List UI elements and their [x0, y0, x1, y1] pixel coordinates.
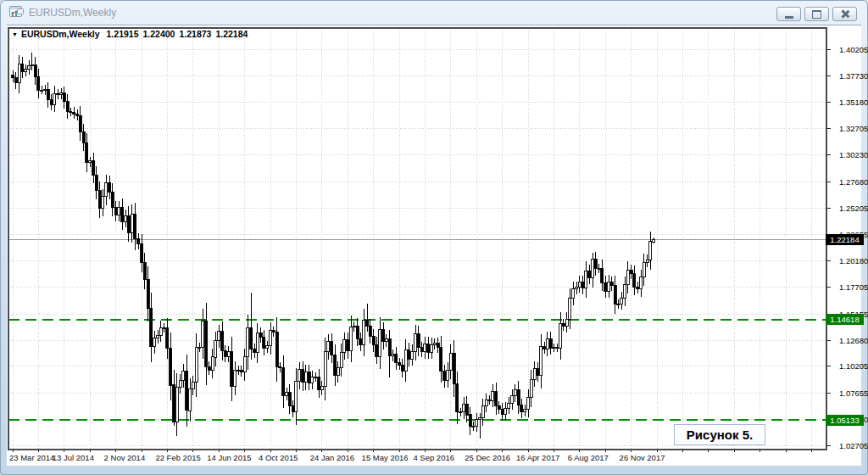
x-axis-label: 24 Jan 2016 — [310, 453, 354, 462]
x-axis-label: 13 Jul 2014 — [53, 453, 94, 462]
y-axis-label: 1.30230 — [839, 149, 868, 160]
minimize-button[interactable] — [776, 7, 801, 21]
x-axis-label: 26 Nov 2017 — [620, 453, 665, 462]
quote-low: 1.21873 — [179, 29, 211, 39]
chart-window: EURUSDm,Weekly ▼EURUSDm,Weekly1.219151.2… — [0, 0, 868, 475]
x-axis-label: 23 Mar 2014 — [9, 453, 54, 462]
x-axis-label: 6 Aug 2017 — [568, 453, 609, 462]
x-axis-label: 4 Sep 2016 — [413, 453, 454, 462]
y-axis-label: 1.32705 — [839, 123, 868, 134]
support-level-tag: 1.05133 — [826, 415, 864, 426]
quote-high: 1.22400 — [143, 29, 175, 39]
date-axis[interactable]: 23 Mar 201413 Jul 20142 Nov 201422 Feb 2… — [7, 453, 861, 465]
figure-caption: Рисунок 5. — [674, 424, 765, 445]
x-axis-label: 16 Apr 2017 — [516, 453, 559, 462]
x-axis-label: 25 Dec 2016 — [465, 453, 510, 462]
y-axis-label: 1.40205 — [839, 44, 868, 55]
y-axis-label: 1.12680 — [839, 335, 868, 346]
window-controls — [776, 7, 857, 21]
resistance-level-tag: 1.14618 — [826, 314, 864, 325]
dropdown-triangle-icon[interactable]: ▼ — [12, 31, 18, 37]
candle-wicks — [13, 53, 654, 439]
y-axis-label: 1.37730 — [839, 70, 868, 81]
quote-symbol: EURUSDm,Weekly — [21, 29, 100, 39]
y-axis-label: 1.17705 — [839, 282, 868, 293]
quote-open: 1.21915 — [107, 29, 139, 39]
close-icon — [840, 9, 850, 19]
y-axis-label: 1.07655 — [839, 388, 868, 399]
x-axis-label: 15 May 2016 — [362, 453, 409, 462]
y-axis-label: 1.02705 — [839, 440, 868, 451]
window-title: EURUSDm,Weekly — [29, 7, 116, 19]
title-bar[interactable]: EURUSDm,Weekly — [0, 0, 868, 25]
restore-icon — [812, 10, 821, 19]
bid-price-tag: 1.22184 — [826, 234, 864, 245]
quote-close: 1.22184 — [215, 29, 248, 39]
restore-button[interactable] — [804, 7, 829, 21]
x-axis-label: 2 Nov 2014 — [104, 453, 146, 462]
y-axis-label: 1.27680 — [839, 176, 868, 187]
price-axis[interactable]: 1.402051.377301.351801.327051.302301.276… — [833, 25, 868, 466]
candle-bodies — [12, 64, 655, 427]
quote-line: ▼EURUSDm,Weekly1.219151.224001.218731.22… — [12, 29, 252, 39]
minimize-icon — [785, 16, 793, 19]
x-axis-label: 4 Oct 2015 — [259, 453, 298, 462]
y-axis-label: 1.25205 — [839, 203, 868, 214]
y-axis-label: 1.35180 — [839, 97, 868, 108]
y-axis-label: 1.10205 — [839, 360, 868, 372]
candlestick-plot — [7, 25, 861, 466]
y-axis-label: 1.20180 — [839, 255, 868, 266]
x-axis-label: 22 Feb 2015 — [155, 453, 200, 462]
close-button[interactable] — [832, 7, 857, 21]
x-axis-label: 14 Jun 2015 — [207, 453, 251, 462]
chart-area[interactable]: ▼EURUSDm,Weekly1.219151.224001.218731.22… — [7, 25, 861, 466]
chart-window-icon — [9, 6, 24, 19]
